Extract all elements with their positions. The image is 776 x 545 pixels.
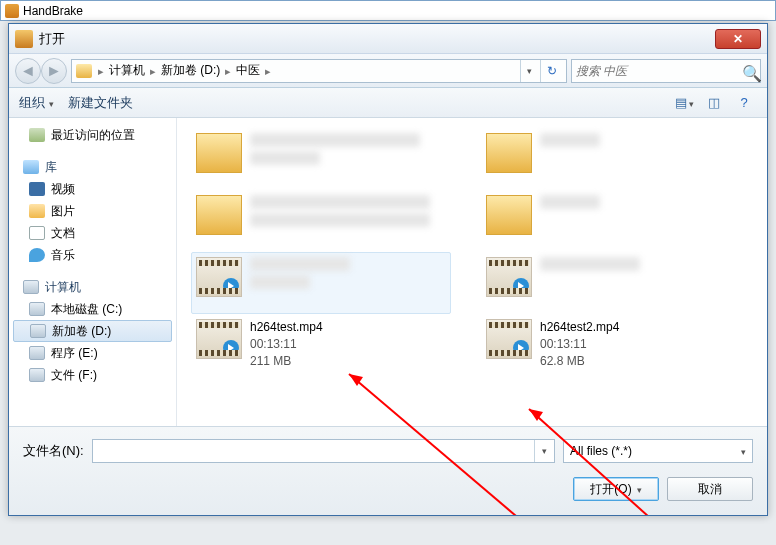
breadcrumb-item[interactable]: 新加卷 (D:) [158,61,223,80]
chevron-down-icon[interactable] [534,440,554,462]
drive-icon [30,324,46,338]
back-button[interactable]: ◄ [15,58,41,84]
play-icon [223,278,239,294]
app-title: HandBrake [23,4,83,18]
drive-icon [29,368,45,382]
video-icon [29,182,45,196]
drive-icon [29,302,45,316]
folder-item[interactable] [481,190,741,252]
file-name: h264test.mp4 [250,319,323,336]
libraries-icon [23,160,39,174]
handbrake-icon [5,4,19,18]
chevron-right-icon[interactable] [98,64,104,78]
dialog-body: 最近访问的位置 库 视频 图片 文档 音乐 计算机 本地磁盘 (C:) 新加卷 … [9,118,767,426]
file-item-h264test2[interactable]: h264test2.mp4 00:13:11 62.8 MB [481,314,741,376]
forward-button[interactable]: ► [41,58,67,84]
video-thumb [196,257,242,297]
music-icon [29,248,45,262]
open-dialog: 打开 ✕ ◄ ► 计算机 新加卷 (D:) 中医 ↻ 🔍 组 [8,23,768,516]
organize-button[interactable]: 组织 [19,94,54,112]
file-list[interactable]: h264test.mp4 00:13:11 211 MB h264test2.m… [177,118,767,426]
computer-icon [23,280,39,294]
video-thumb [196,319,242,359]
filename-combobox[interactable] [92,439,555,463]
navigation-bar: ◄ ► 计算机 新加卷 (D:) 中医 ↻ 🔍 [9,54,767,88]
file-name: h264test2.mp4 [540,319,619,336]
folder-item[interactable] [191,128,451,190]
play-icon [513,340,529,356]
video-thumb [486,257,532,297]
tree-documents[interactable]: 文档 [9,222,176,244]
view-options-button[interactable]: ▤ [671,92,697,114]
file-size: 62.8 MB [540,353,619,370]
recent-icon [29,128,45,142]
chevron-down-icon [689,95,694,110]
tree-music[interactable]: 音乐 [9,244,176,266]
toolbar: 组织 新建文件夹 ▤ ◫ ? [9,88,767,118]
app-titlebar: HandBrake [0,0,776,21]
chevron-right-icon[interactable] [265,64,271,78]
pictures-icon [29,204,45,218]
folder-icon [486,195,532,235]
dialog-title: 打开 [39,30,715,48]
drive-icon [76,64,92,78]
chevron-down-icon [637,482,642,496]
help-button[interactable]: ? [731,92,757,114]
breadcrumb-item[interactable]: 中医 [233,61,263,80]
chevron-right-icon[interactable] [150,64,156,78]
search-icon: 🔍 [742,64,756,78]
file-item-h264test[interactable]: h264test.mp4 00:13:11 211 MB [191,314,451,376]
tree-computer[interactable]: 计算机 [9,276,176,298]
cancel-button[interactable]: 取消 [667,477,753,501]
navigation-tree[interactable]: 最近访问的位置 库 视频 图片 文档 音乐 计算机 本地磁盘 (C:) 新加卷 … [9,118,177,426]
play-icon [223,340,239,356]
folder-item[interactable] [191,190,451,252]
dialog-titlebar[interactable]: 打开 ✕ [9,24,767,54]
search-input[interactable] [576,64,738,78]
filename-input[interactable] [93,444,534,458]
tree-pictures[interactable]: 图片 [9,200,176,222]
folder-item[interactable] [481,128,741,190]
video-thumb [486,319,532,359]
tree-drive-c[interactable]: 本地磁盘 (C:) [9,298,176,320]
folder-icon [196,133,242,173]
breadcrumb-item[interactable]: 计算机 [106,61,148,80]
search-box[interactable]: 🔍 [571,59,761,83]
file-size: 211 MB [250,353,323,370]
drive-icon [29,346,45,360]
file-duration: 00:13:11 [250,336,323,353]
refresh-button[interactable]: ↻ [540,60,562,82]
tree-drive-e[interactable]: 程序 (E:) [9,342,176,364]
open-button[interactable]: 打开(O) [573,477,659,501]
chevron-right-icon[interactable] [225,64,231,78]
tree-recent[interactable]: 最近访问的位置 [9,124,176,146]
preview-pane-button[interactable]: ◫ [701,92,727,114]
tree-libraries[interactable]: 库 [9,156,176,178]
chevron-down-icon [49,95,54,110]
document-icon [29,226,45,240]
tree-videos[interactable]: 视频 [9,178,176,200]
chevron-down-icon [741,444,746,458]
breadcrumb[interactable]: 计算机 新加卷 (D:) 中医 ↻ [71,59,567,83]
file-item[interactable] [481,252,741,314]
file-filter-dropdown[interactable]: All files (*.*) [563,439,753,463]
folder-icon [196,195,242,235]
folder-open-icon [15,30,33,48]
dialog-bottom: 文件名(N): All files (*.*) 打开(O) 取消 [9,426,767,515]
folder-icon [486,133,532,173]
tree-drive-d[interactable]: 新加卷 (D:) [13,320,172,342]
file-item[interactable] [191,252,451,314]
tree-drive-f[interactable]: 文件 (F:) [9,364,176,386]
file-duration: 00:13:11 [540,336,619,353]
new-folder-button[interactable]: 新建文件夹 [68,94,133,112]
filename-label: 文件名(N): [23,442,84,460]
close-button[interactable]: ✕ [715,29,761,49]
play-icon [513,278,529,294]
breadcrumb-dropdown[interactable] [520,60,538,82]
